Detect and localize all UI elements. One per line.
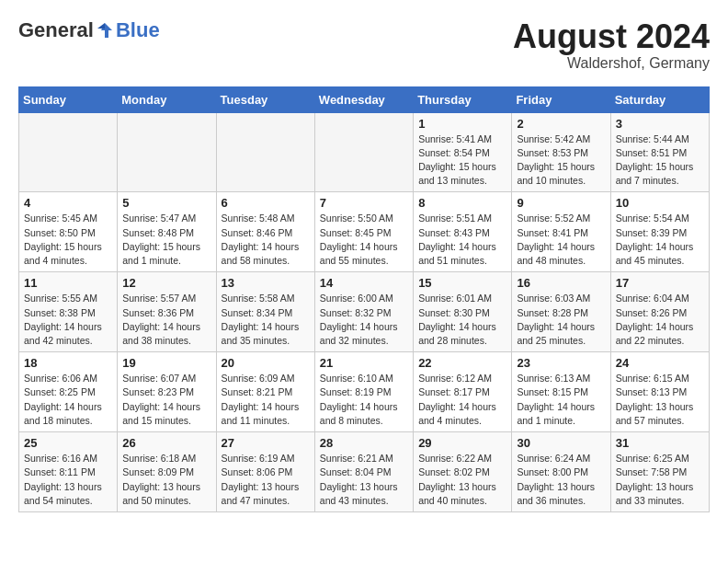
day-info: Sunrise: 6:24 AMSunset: 8:00 PMDaylight:…	[517, 452, 605, 508]
day-info: Sunrise: 5:47 AMSunset: 8:48 PMDaylight:…	[122, 212, 210, 268]
calendar-cell: 3Sunrise: 5:44 AMSunset: 8:51 PMDaylight…	[610, 112, 709, 192]
day-info: Sunrise: 6:25 AMSunset: 7:58 PMDaylight:…	[616, 452, 704, 508]
day-number: 10	[616, 196, 704, 210]
day-number: 23	[517, 356, 605, 370]
day-info: Sunrise: 5:55 AMSunset: 8:38 PMDaylight:…	[24, 292, 112, 348]
title-block: August 2024 Waldershof, Germany	[513, 18, 710, 72]
day-info: Sunrise: 6:15 AMSunset: 8:13 PMDaylight:…	[616, 372, 704, 428]
day-number: 3	[616, 117, 704, 131]
week-row-3: 11Sunrise: 5:55 AMSunset: 8:38 PMDayligh…	[19, 272, 710, 352]
day-number: 31	[616, 436, 704, 450]
day-number: 21	[320, 356, 408, 370]
day-number: 14	[320, 276, 408, 290]
day-info: Sunrise: 6:09 AMSunset: 8:21 PMDaylight:…	[222, 372, 310, 428]
calendar-cell: 6Sunrise: 5:48 AMSunset: 8:46 PMDaylight…	[216, 192, 314, 272]
day-number: 27	[222, 436, 310, 450]
calendar-cell: 1Sunrise: 5:41 AMSunset: 8:54 PMDaylight…	[414, 112, 512, 192]
calendar-cell: 4Sunrise: 5:45 AMSunset: 8:50 PMDaylight…	[19, 192, 118, 272]
day-number: 7	[320, 196, 408, 210]
day-number: 12	[122, 276, 210, 290]
calendar-cell: 25Sunrise: 6:16 AMSunset: 8:11 PMDayligh…	[19, 432, 118, 512]
day-info: Sunrise: 6:12 AMSunset: 8:17 PMDaylight:…	[418, 372, 506, 428]
calendar-cell: 11Sunrise: 5:55 AMSunset: 8:38 PMDayligh…	[19, 272, 118, 352]
day-number: 24	[616, 356, 704, 370]
calendar-cell: 19Sunrise: 6:07 AMSunset: 8:23 PMDayligh…	[118, 352, 216, 432]
day-info: Sunrise: 6:04 AMSunset: 8:26 PMDaylight:…	[616, 292, 704, 348]
calendar-table: SundayMondayTuesdayWednesdayThursdayFrid…	[18, 86, 710, 512]
day-info: Sunrise: 6:01 AMSunset: 8:30 PMDaylight:…	[418, 292, 506, 348]
calendar-cell: 24Sunrise: 6:15 AMSunset: 8:13 PMDayligh…	[610, 352, 709, 432]
day-info: Sunrise: 5:52 AMSunset: 8:41 PMDaylight:…	[517, 212, 605, 268]
week-row-4: 18Sunrise: 6:06 AMSunset: 8:25 PMDayligh…	[19, 352, 710, 432]
calendar-cell: 23Sunrise: 6:13 AMSunset: 8:15 PMDayligh…	[512, 352, 610, 432]
weekday-header-sunday: Sunday	[19, 86, 118, 112]
day-info: Sunrise: 6:16 AMSunset: 8:11 PMDaylight:…	[24, 452, 112, 508]
logo-blue-text: Blue	[116, 18, 160, 42]
calendar-cell: 7Sunrise: 5:50 AMSunset: 8:45 PMDaylight…	[314, 192, 413, 272]
day-number: 30	[517, 436, 605, 450]
day-info: Sunrise: 6:13 AMSunset: 8:15 PMDaylight:…	[517, 372, 605, 428]
day-number: 15	[418, 276, 506, 290]
day-info: Sunrise: 5:50 AMSunset: 8:45 PMDaylight:…	[320, 212, 408, 268]
calendar-cell: 21Sunrise: 6:10 AMSunset: 8:19 PMDayligh…	[314, 352, 413, 432]
calendar-cell: 16Sunrise: 6:03 AMSunset: 8:28 PMDayligh…	[512, 272, 610, 352]
month-title: August 2024	[513, 18, 710, 55]
day-number: 16	[517, 276, 605, 290]
weekday-header-tuesday: Tuesday	[216, 86, 314, 112]
calendar-cell	[314, 112, 413, 192]
day-number: 20	[222, 356, 310, 370]
day-info: Sunrise: 6:22 AMSunset: 8:02 PMDaylight:…	[418, 452, 506, 508]
calendar-cell: 13Sunrise: 5:58 AMSunset: 8:34 PMDayligh…	[216, 272, 314, 352]
week-row-2: 4Sunrise: 5:45 AMSunset: 8:50 PMDaylight…	[19, 192, 710, 272]
day-number: 6	[222, 196, 310, 210]
day-number: 19	[122, 356, 210, 370]
calendar-cell	[118, 112, 216, 192]
header: General Blue August 2024 Waldershof, Ger…	[18, 18, 710, 72]
day-info: Sunrise: 6:21 AMSunset: 8:04 PMDaylight:…	[320, 452, 408, 508]
calendar-cell: 2Sunrise: 5:42 AMSunset: 8:53 PMDaylight…	[512, 112, 610, 192]
calendar-cell: 5Sunrise: 5:47 AMSunset: 8:48 PMDaylight…	[118, 192, 216, 272]
calendar-cell: 9Sunrise: 5:52 AMSunset: 8:41 PMDaylight…	[512, 192, 610, 272]
calendar-cell: 27Sunrise: 6:19 AMSunset: 8:06 PMDayligh…	[216, 432, 314, 512]
day-number: 11	[24, 276, 112, 290]
day-info: Sunrise: 5:41 AMSunset: 8:54 PMDaylight:…	[418, 132, 506, 189]
day-info: Sunrise: 5:57 AMSunset: 8:36 PMDaylight:…	[122, 292, 210, 348]
calendar-cell: 31Sunrise: 6:25 AMSunset: 7:58 PMDayligh…	[610, 432, 709, 512]
logo-general-text: General	[18, 18, 94, 42]
calendar-cell: 26Sunrise: 6:18 AMSunset: 8:09 PMDayligh…	[118, 432, 216, 512]
day-number: 17	[616, 276, 704, 290]
day-info: Sunrise: 5:54 AMSunset: 8:39 PMDaylight:…	[616, 212, 704, 268]
location-title: Waldershof, Germany	[513, 55, 710, 72]
calendar-cell: 14Sunrise: 6:00 AMSunset: 8:32 PMDayligh…	[314, 272, 413, 352]
day-info: Sunrise: 6:10 AMSunset: 8:19 PMDaylight:…	[320, 372, 408, 428]
calendar-cell	[216, 112, 314, 192]
day-info: Sunrise: 6:19 AMSunset: 8:06 PMDaylight:…	[222, 452, 310, 508]
calendar-cell: 18Sunrise: 6:06 AMSunset: 8:25 PMDayligh…	[19, 352, 118, 432]
day-number: 13	[222, 276, 310, 290]
week-row-1: 1Sunrise: 5:41 AMSunset: 8:54 PMDaylight…	[19, 112, 710, 192]
calendar-cell	[19, 112, 118, 192]
calendar-cell: 12Sunrise: 5:57 AMSunset: 8:36 PMDayligh…	[118, 272, 216, 352]
weekday-header-monday: Monday	[118, 86, 216, 112]
day-info: Sunrise: 6:18 AMSunset: 8:09 PMDaylight:…	[122, 452, 210, 508]
day-number: 25	[24, 436, 112, 450]
calendar-cell: 15Sunrise: 6:01 AMSunset: 8:30 PMDayligh…	[414, 272, 512, 352]
day-info: Sunrise: 5:42 AMSunset: 8:53 PMDaylight:…	[517, 132, 605, 189]
calendar-cell: 22Sunrise: 6:12 AMSunset: 8:17 PMDayligh…	[414, 352, 512, 432]
day-info: Sunrise: 6:06 AMSunset: 8:25 PMDaylight:…	[24, 372, 112, 428]
day-number: 26	[122, 436, 210, 450]
day-info: Sunrise: 5:48 AMSunset: 8:46 PMDaylight:…	[222, 212, 310, 268]
day-number: 2	[517, 117, 605, 131]
day-info: Sunrise: 5:51 AMSunset: 8:43 PMDaylight:…	[418, 212, 506, 268]
day-number: 29	[418, 436, 506, 450]
day-info: Sunrise: 5:44 AMSunset: 8:51 PMDaylight:…	[616, 132, 704, 189]
day-info: Sunrise: 5:45 AMSunset: 8:50 PMDaylight:…	[24, 212, 112, 268]
calendar-cell: 29Sunrise: 6:22 AMSunset: 8:02 PMDayligh…	[414, 432, 512, 512]
calendar-cell: 8Sunrise: 5:51 AMSunset: 8:43 PMDaylight…	[414, 192, 512, 272]
calendar-cell: 10Sunrise: 5:54 AMSunset: 8:39 PMDayligh…	[610, 192, 709, 272]
day-number: 4	[24, 196, 112, 210]
calendar-cell: 30Sunrise: 6:24 AMSunset: 8:00 PMDayligh…	[512, 432, 610, 512]
calendar-cell: 20Sunrise: 6:09 AMSunset: 8:21 PMDayligh…	[216, 352, 314, 432]
day-info: Sunrise: 6:07 AMSunset: 8:23 PMDaylight:…	[122, 372, 210, 428]
day-number: 8	[418, 196, 506, 210]
